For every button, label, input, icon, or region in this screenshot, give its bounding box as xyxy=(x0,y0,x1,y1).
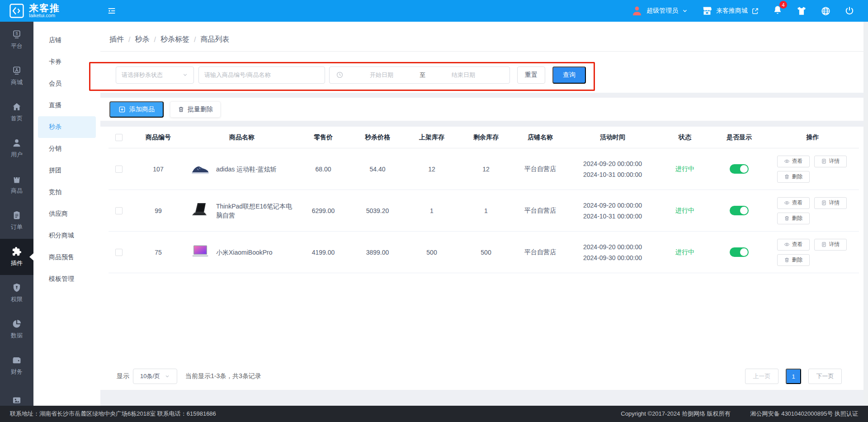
submenu-item-groupbuy[interactable]: 拼团 xyxy=(33,160,100,181)
search-button[interactable]: 查询 xyxy=(552,66,586,84)
goods-icon xyxy=(12,174,22,184)
submenu-item-distribution[interactable]: 分销 xyxy=(33,138,100,160)
row-checkbox[interactable] xyxy=(115,207,123,214)
breadcrumb: 插件 / 秒杀 / 秒杀标签 / 商品列表 xyxy=(109,35,229,44)
plus-square-icon xyxy=(118,106,126,113)
rail-item-platform[interactable]: S 平台 xyxy=(0,22,33,58)
breadcrumb-item[interactable]: 秒杀标签 xyxy=(160,35,189,44)
user-menu[interactable]: 超级管理员 xyxy=(631,5,688,17)
store-name: 平台自营店 xyxy=(513,207,567,215)
trash-icon xyxy=(784,174,790,180)
product-id: 75 xyxy=(129,249,188,256)
footer-police-record[interactable]: 湘公网安备 43010402000895号 执照认证 xyxy=(750,410,858,418)
view-label: 查看 xyxy=(792,241,803,248)
prev-page-button[interactable]: 上一页 xyxy=(745,369,778,384)
select-all-checkbox[interactable] xyxy=(115,134,123,141)
submenu-item-presale[interactable]: 商品预售 xyxy=(33,247,100,268)
start-date-placeholder: 开始日期 xyxy=(344,71,420,79)
delete-button[interactable]: 删除 xyxy=(777,254,810,266)
submenu-item-points-mall[interactable]: 积分商城 xyxy=(33,225,100,247)
submenu-item-member[interactable]: 会员 xyxy=(33,73,100,95)
product-image-sneaker xyxy=(190,159,211,180)
stock: 12 xyxy=(405,166,459,173)
rail-item-order[interactable]: 订单 xyxy=(0,203,33,239)
scrollbar[interactable] xyxy=(863,22,868,406)
product-image-xiaomibook xyxy=(190,242,211,263)
svg-text:S: S xyxy=(15,32,18,36)
date-range-picker[interactable]: 开始日期 至 结束日期 xyxy=(329,66,510,84)
language-button[interactable] xyxy=(821,6,831,16)
view-button[interactable]: 查看 xyxy=(777,197,810,209)
brand-text: 来客推 laiketui.com xyxy=(29,3,60,19)
eye-icon xyxy=(784,242,790,247)
rail-item-home[interactable]: 首页 xyxy=(0,94,33,130)
seckill-price: 54.40 xyxy=(350,166,405,173)
clock-icon xyxy=(336,71,344,79)
trash-icon xyxy=(178,106,184,113)
submenu-item-supplier[interactable]: 供应商 xyxy=(33,203,100,225)
seckill-status-select[interactable]: 请选择秒杀状态 xyxy=(116,66,194,84)
brand-logo[interactable]: 来客推 laiketui.com xyxy=(0,3,100,19)
visibility-toggle[interactable] xyxy=(730,206,749,215)
view-button[interactable]: 查看 xyxy=(777,156,810,167)
breadcrumb-separator: / xyxy=(194,36,196,44)
rail-item-mall[interactable]: 商城 xyxy=(0,58,33,94)
row-checkbox[interactable] xyxy=(115,166,123,173)
retail-price: 4199.00 xyxy=(296,249,350,256)
theme-button[interactable] xyxy=(796,5,807,16)
laiketui-logo-icon xyxy=(9,3,24,19)
rail-item-goods[interactable]: 商品 xyxy=(0,166,33,203)
table-toolbar: 添加商品 批量删除 xyxy=(100,98,868,121)
remaining-stock: 1 xyxy=(459,207,513,214)
add-product-button[interactable]: 添加商品 xyxy=(109,101,164,118)
rail-item-permission[interactable]: 权限 xyxy=(0,275,33,311)
current-page-button[interactable]: 1 xyxy=(786,369,801,384)
rail-item-user[interactable]: 用户 xyxy=(0,130,33,166)
table-row: 99 ThinkPad联想E16笔记本电脑自营 6299.00 xyxy=(108,190,859,232)
page-size-label: 显示 xyxy=(117,372,129,380)
product-name: 小米XiaomiBookPro xyxy=(216,248,273,257)
notifications-button[interactable]: 4 xyxy=(773,5,783,17)
detail-button[interactable]: 详情 xyxy=(814,239,847,251)
visibility-toggle[interactable] xyxy=(730,164,749,174)
platform-icon: S xyxy=(12,29,22,39)
menu-collapse-icon[interactable] xyxy=(107,6,117,16)
breadcrumb-item[interactable]: 插件 xyxy=(109,35,124,44)
visibility-toggle[interactable] xyxy=(730,247,749,257)
mall-link[interactable]: 来客推商城 xyxy=(702,5,759,16)
breadcrumb-item-current: 商品列表 xyxy=(200,35,229,44)
submenu-item-live[interactable]: 直播 xyxy=(33,95,100,116)
detail-button[interactable]: 详情 xyxy=(814,197,847,209)
page-size-select[interactable]: 10条/页 xyxy=(133,369,177,384)
detail-label: 详情 xyxy=(829,199,840,207)
detail-button[interactable]: 详情 xyxy=(814,156,847,167)
delete-button[interactable]: 删除 xyxy=(777,213,810,224)
submenu-item-coupon[interactable]: 卡券 xyxy=(33,51,100,73)
rail-item-label: 数据 xyxy=(11,332,23,340)
batch-delete-button[interactable]: 批量删除 xyxy=(170,101,221,118)
submenu-item-shop[interactable]: 店铺 xyxy=(33,29,100,51)
rail-item-finance[interactable]: 财务 xyxy=(0,347,33,384)
next-page-button[interactable]: 下一页 xyxy=(808,369,842,384)
rail-item-plugin[interactable]: 插件 xyxy=(0,239,33,275)
view-button[interactable]: 查看 xyxy=(777,239,810,251)
end-date-placeholder: 结束日期 xyxy=(425,71,501,79)
document-icon xyxy=(821,200,827,206)
retail-price: 6299.00 xyxy=(296,207,350,214)
row-checkbox[interactable] xyxy=(115,249,123,256)
submenu-item-template[interactable]: 模板管理 xyxy=(33,268,100,290)
activity-start-time: 2024-09-20 00:00:00 xyxy=(567,242,658,252)
submenu-item-auction[interactable]: 竞拍 xyxy=(33,181,100,203)
footer-copyright: Copyright ©2017-2024 拾捌网络 版权所有 xyxy=(621,410,730,418)
rail-item-album[interactable] xyxy=(0,384,33,406)
rail-item-data[interactable]: 数据 xyxy=(0,311,33,347)
keyword-input[interactable] xyxy=(204,71,319,78)
remaining-stock: 500 xyxy=(459,249,513,256)
seckill-price: 5039.20 xyxy=(350,207,405,214)
delete-button[interactable]: 删除 xyxy=(777,171,810,183)
logout-button[interactable] xyxy=(844,6,854,16)
reset-button[interactable]: 重置 xyxy=(517,66,545,84)
submenu-item-seckill[interactable]: 秒杀 xyxy=(38,116,96,138)
breadcrumb-item[interactable]: 秒杀 xyxy=(135,35,149,44)
pagination-bar: 显示 10条/页 当前显示1-3条，共3条记录 上一页 1 下一页 xyxy=(108,369,842,384)
